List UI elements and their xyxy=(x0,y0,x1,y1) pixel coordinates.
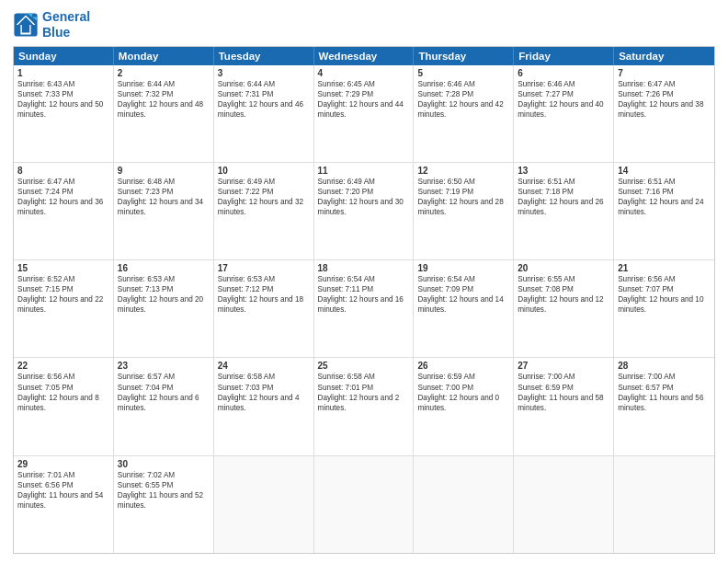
calendar-cell: 9Sunrise: 6:48 AMSunset: 7:23 PMDaylight… xyxy=(114,163,214,259)
cell-info: Sunrise: 6:56 AMSunset: 7:07 PMDaylight:… xyxy=(618,275,703,314)
cell-info: Sunrise: 6:49 AMSunset: 7:20 PMDaylight:… xyxy=(318,178,404,216)
day-header-thursday: Thursday xyxy=(414,47,514,65)
day-number: 25 xyxy=(318,361,410,371)
cell-info: Sunrise: 6:53 AMSunset: 7:13 PMDaylight:… xyxy=(118,275,203,314)
day-number: 7 xyxy=(618,68,711,78)
day-number: 20 xyxy=(518,263,609,273)
day-number: 13 xyxy=(518,166,609,176)
day-number: 5 xyxy=(417,68,509,78)
logo-icon xyxy=(13,12,39,38)
calendar-cell xyxy=(614,456,714,553)
calendar-cell xyxy=(214,456,314,553)
day-header-saturday: Saturday xyxy=(614,47,714,65)
calendar-cell: 13Sunrise: 6:51 AMSunset: 7:18 PMDayligh… xyxy=(514,163,614,259)
day-number: 4 xyxy=(318,68,410,78)
cell-info: Sunrise: 6:58 AMSunset: 7:03 PMDaylight:… xyxy=(218,373,300,411)
day-number: 21 xyxy=(618,263,711,273)
cell-info: Sunrise: 6:51 AMSunset: 7:16 PMDaylight:… xyxy=(618,178,703,216)
cell-info: Sunrise: 6:47 AMSunset: 7:24 PMDaylight:… xyxy=(17,178,103,216)
calendar-cell: 5Sunrise: 6:46 AMSunset: 7:28 PMDaylight… xyxy=(414,65,514,162)
calendar-cell: 24Sunrise: 6:58 AMSunset: 7:03 PMDayligh… xyxy=(214,358,314,454)
calendar-cell: 1Sunrise: 6:43 AMSunset: 7:33 PMDaylight… xyxy=(14,65,114,162)
day-number: 26 xyxy=(417,361,509,371)
day-number: 1 xyxy=(17,68,109,78)
calendar-cell: 27Sunrise: 7:00 AMSunset: 6:59 PMDayligh… xyxy=(514,358,614,454)
day-number: 14 xyxy=(618,166,711,176)
day-number: 10 xyxy=(218,166,310,176)
calendar-cell xyxy=(414,456,514,553)
cell-info: Sunrise: 7:01 AMSunset: 6:56 PMDaylight:… xyxy=(17,471,103,510)
logo: General Blue xyxy=(13,9,90,40)
calendar-cell xyxy=(514,456,614,553)
cell-info: Sunrise: 6:43 AMSunset: 7:33 PMDaylight:… xyxy=(17,80,103,119)
calendar-row: 8Sunrise: 6:47 AMSunset: 7:24 PMDaylight… xyxy=(14,163,714,260)
calendar-cell: 2Sunrise: 6:44 AMSunset: 7:32 PMDaylight… xyxy=(114,65,214,162)
calendar-cell: 21Sunrise: 6:56 AMSunset: 7:07 PMDayligh… xyxy=(614,260,714,357)
day-number: 19 xyxy=(417,263,509,273)
cell-info: Sunrise: 6:52 AMSunset: 7:15 PMDaylight:… xyxy=(17,275,103,314)
logo-text: General Blue xyxy=(42,9,90,40)
calendar-row: 22Sunrise: 6:56 AMSunset: 7:05 PMDayligh… xyxy=(14,358,714,455)
day-number: 23 xyxy=(118,361,210,371)
cell-info: Sunrise: 6:45 AMSunset: 7:29 PMDaylight:… xyxy=(318,80,404,119)
page: General Blue SundayMondayTuesdayWednesda… xyxy=(0,0,728,563)
calendar-cell: 29Sunrise: 7:01 AMSunset: 6:56 PMDayligh… xyxy=(14,456,114,553)
cell-info: Sunrise: 6:59 AMSunset: 7:00 PMDaylight:… xyxy=(417,373,499,411)
day-header-monday: Monday xyxy=(114,47,214,65)
cell-info: Sunrise: 6:50 AMSunset: 7:19 PMDaylight:… xyxy=(417,178,503,216)
calendar-cell: 12Sunrise: 6:50 AMSunset: 7:19 PMDayligh… xyxy=(414,163,514,259)
day-number: 3 xyxy=(218,68,310,78)
cell-info: Sunrise: 6:55 AMSunset: 7:08 PMDaylight:… xyxy=(518,275,603,314)
day-number: 22 xyxy=(17,361,109,371)
calendar-cell xyxy=(314,456,415,553)
day-number: 8 xyxy=(17,166,109,176)
calendar-cell: 16Sunrise: 6:53 AMSunset: 7:13 PMDayligh… xyxy=(114,260,214,357)
calendar-cell: 4Sunrise: 6:45 AMSunset: 7:29 PMDaylight… xyxy=(314,65,415,162)
day-number: 12 xyxy=(417,166,509,176)
calendar-cell: 15Sunrise: 6:52 AMSunset: 7:15 PMDayligh… xyxy=(14,260,114,357)
cell-info: Sunrise: 7:00 AMSunset: 6:57 PMDaylight:… xyxy=(618,373,703,411)
calendar-cell: 23Sunrise: 6:57 AMSunset: 7:04 PMDayligh… xyxy=(114,358,214,454)
cell-info: Sunrise: 6:57 AMSunset: 7:04 PMDaylight:… xyxy=(118,373,199,411)
cell-info: Sunrise: 6:54 AMSunset: 7:11 PMDaylight:… xyxy=(318,275,404,314)
day-number: 17 xyxy=(218,263,310,273)
day-number: 28 xyxy=(618,361,711,371)
day-number: 24 xyxy=(218,361,310,371)
day-number: 6 xyxy=(518,68,609,78)
calendar-cell: 11Sunrise: 6:49 AMSunset: 7:20 PMDayligh… xyxy=(314,163,415,259)
calendar-cell: 20Sunrise: 6:55 AMSunset: 7:08 PMDayligh… xyxy=(514,260,614,357)
cell-info: Sunrise: 6:44 AMSunset: 7:32 PMDaylight:… xyxy=(118,80,203,119)
calendar-cell: 22Sunrise: 6:56 AMSunset: 7:05 PMDayligh… xyxy=(14,358,114,454)
calendar-cell: 19Sunrise: 6:54 AMSunset: 7:09 PMDayligh… xyxy=(414,260,514,357)
calendar: SundayMondayTuesdayWednesdayThursdayFrid… xyxy=(13,46,715,554)
cell-info: Sunrise: 7:00 AMSunset: 6:59 PMDaylight:… xyxy=(518,373,603,411)
day-number: 27 xyxy=(518,361,609,371)
calendar-row: 1Sunrise: 6:43 AMSunset: 7:33 PMDaylight… xyxy=(14,65,714,163)
cell-info: Sunrise: 6:44 AMSunset: 7:31 PMDaylight:… xyxy=(218,80,303,119)
day-number: 16 xyxy=(118,263,210,273)
calendar-cell: 6Sunrise: 6:46 AMSunset: 7:27 PMDaylight… xyxy=(514,65,614,162)
day-number: 18 xyxy=(318,263,410,273)
day-number: 15 xyxy=(17,263,109,273)
cell-info: Sunrise: 6:47 AMSunset: 7:26 PMDaylight:… xyxy=(618,80,703,119)
calendar-cell: 10Sunrise: 6:49 AMSunset: 7:22 PMDayligh… xyxy=(214,163,314,259)
calendar-cell: 17Sunrise: 6:53 AMSunset: 7:12 PMDayligh… xyxy=(214,260,314,357)
calendar-row: 29Sunrise: 7:01 AMSunset: 6:56 PMDayligh… xyxy=(14,456,714,553)
day-header-tuesday: Tuesday xyxy=(214,47,314,65)
day-number: 29 xyxy=(17,459,109,469)
calendar-cell: 25Sunrise: 6:58 AMSunset: 7:01 PMDayligh… xyxy=(314,358,415,454)
day-number: 11 xyxy=(318,166,410,176)
cell-info: Sunrise: 6:49 AMSunset: 7:22 PMDaylight:… xyxy=(218,178,303,216)
cell-info: Sunrise: 6:54 AMSunset: 7:09 PMDaylight:… xyxy=(417,275,503,314)
cell-info: Sunrise: 6:46 AMSunset: 7:27 PMDaylight:… xyxy=(518,80,603,119)
calendar-row: 15Sunrise: 6:52 AMSunset: 7:15 PMDayligh… xyxy=(14,260,714,358)
calendar-body: 1Sunrise: 6:43 AMSunset: 7:33 PMDaylight… xyxy=(14,65,714,553)
calendar-cell: 8Sunrise: 6:47 AMSunset: 7:24 PMDaylight… xyxy=(14,163,114,259)
day-number: 9 xyxy=(118,166,210,176)
cell-info: Sunrise: 6:51 AMSunset: 7:18 PMDaylight:… xyxy=(518,178,603,216)
header: General Blue xyxy=(13,9,715,40)
cell-info: Sunrise: 6:46 AMSunset: 7:28 PMDaylight:… xyxy=(417,80,503,119)
calendar-cell: 7Sunrise: 6:47 AMSunset: 7:26 PMDaylight… xyxy=(614,65,714,162)
calendar-cell: 18Sunrise: 6:54 AMSunset: 7:11 PMDayligh… xyxy=(314,260,415,357)
day-number: 30 xyxy=(118,459,210,469)
